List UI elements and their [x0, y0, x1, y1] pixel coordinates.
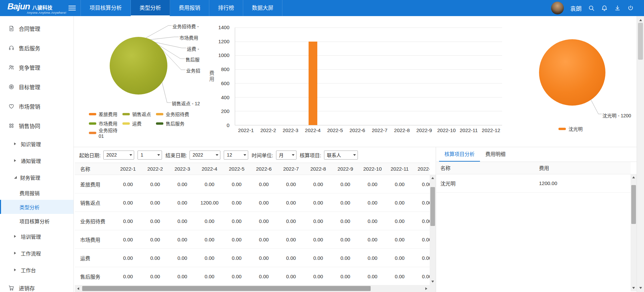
sidebar-item-14[interactable]: 工作台 — [0, 261, 73, 278]
nav-tab-1[interactable]: 类型分析 — [131, 0, 170, 16]
scroll-thumb[interactable] — [631, 185, 636, 224]
value-cell: 0.00 — [223, 193, 250, 212]
sidebar-item-5[interactable]: 销售协同 — [0, 116, 73, 135]
legend-item[interactable]: 业务招待01 — [89, 127, 122, 139]
row-name-cell: 销售返点 — [75, 193, 114, 212]
sidebar-item-label: 售后服务 — [19, 44, 40, 52]
sidebar-item-6[interactable]: 知识管理 — [0, 135, 73, 152]
nav-tab-2[interactable]: 费用报销 — [170, 0, 209, 16]
time-unit-select[interactable]: 月 — [276, 151, 297, 160]
column-header: 2022-9 — [332, 163, 359, 175]
start-month-select[interactable]: 1 — [138, 151, 162, 160]
expand-arrow-icon — [14, 235, 17, 238]
value-cell: 0.00 — [413, 267, 430, 285]
sidebar-item-0[interactable]: 合同管理 — [0, 19, 73, 38]
page-scrollbar[interactable] — [637, 16, 644, 292]
sidebar-item-4[interactable]: 市场营销 — [0, 97, 73, 116]
legend-item[interactable]: 业务招待费 — [156, 111, 190, 117]
nav-tab-3[interactable]: 排行榜 — [209, 0, 243, 16]
project-select[interactable]: 联系人 — [324, 151, 358, 160]
table-row[interactable]: 业务招待费0.000.000.000.000.000.000.000.000.0… — [75, 212, 430, 230]
legend-item[interactable]: 销售返点 — [122, 111, 156, 117]
pie-slice-sales-rebate[interactable] — [110, 37, 167, 95]
value-cell: 0.00 — [169, 212, 196, 230]
inventory-icon — [8, 285, 15, 291]
scroll-up-arrow[interactable] — [637, 17, 644, 22]
value-cell: 0.00 — [413, 212, 430, 230]
project-pie-chart: 沈光明 - 1200 沈光明 — [506, 16, 637, 147]
end-month-select[interactable]: 12 — [224, 151, 248, 160]
search-icon[interactable] — [588, 5, 595, 11]
pie2-legend-item[interactable]: 沈光明 — [558, 125, 583, 132]
menu-toggle-icon[interactable] — [68, 4, 76, 12]
avatar[interactable] — [551, 2, 564, 14]
download-icon[interactable] — [614, 5, 621, 11]
bar-2022-4[interactable] — [309, 42, 317, 125]
scroll-down-arrow[interactable] — [631, 286, 637, 291]
sidebar-item-label: 销售协同 — [19, 122, 40, 130]
sidebar-item-10[interactable]: 类型分析 — [0, 200, 73, 214]
scroll-up-arrow[interactable] — [430, 175, 436, 180]
pie-slice-shen-guangming[interactable] — [539, 39, 605, 106]
nav-tab-0[interactable]: 项目核算分析 — [81, 0, 131, 16]
logo-brand-cn: 八骏科技 — [32, 5, 52, 10]
table-header-row: 名称2022-12022-22022-32022-42022-52022-620… — [75, 163, 430, 175]
legend-item[interactable]: 市场费用 — [89, 120, 122, 127]
scroll-thumb[interactable] — [82, 286, 371, 291]
scroll-down-arrow[interactable] — [637, 286, 644, 291]
collapse-arrow-icon — [14, 176, 17, 179]
sidebar-item-label: 进销存 — [19, 284, 35, 292]
value-cell: 0.00 — [250, 175, 277, 193]
sidebar-item-label: 合同管理 — [19, 24, 40, 33]
scroll-up-arrow[interactable] — [631, 174, 637, 179]
table-row[interactable]: 销售返点0.000.000.001200.000.000.000.000.000… — [75, 193, 430, 212]
sidebar-item-2[interactable]: 竞争管理 — [0, 58, 73, 77]
sidebar-item-3[interactable]: 目标管理 — [0, 77, 73, 97]
end-year-select[interactable]: 2022 — [190, 151, 220, 160]
legend-item[interactable]: 售后服务 — [156, 120, 190, 127]
right-panel-tab-1[interactable]: 费用明细 — [480, 147, 511, 162]
table-row[interactable]: 市场费用0.000.000.000.000.000.000.000.000.00… — [75, 230, 430, 249]
scroll-right-arrow[interactable] — [424, 285, 430, 292]
scroll-down-arrow[interactable] — [430, 280, 436, 285]
topbar-right: 袁朗 — [551, 2, 644, 14]
row-name-cell: 业务招待费 — [75, 212, 114, 230]
start-year-select[interactable]: 2022 — [103, 151, 134, 160]
value-cell: 0.00 — [386, 230, 413, 249]
scroll-thumb[interactable] — [430, 187, 435, 226]
app-logo[interactable]: Bajun 八骏科技 Anyone.Anytime.Anywhere! — [0, 2, 66, 14]
sidebar-item-13[interactable]: 工作流程 — [0, 245, 73, 261]
nav-tab-4[interactable]: 数据大屏 — [243, 0, 282, 16]
scroll-left-arrow[interactable] — [75, 285, 80, 292]
table-row[interactable]: 售后服务0.000.000.000.000.000.000.000.000.00… — [75, 267, 430, 285]
table-row[interactable]: 差旅费用0.000.000.000.000.000.000.000.000.00… — [75, 175, 430, 193]
sidebar-item-11[interactable]: 项目核算分析 — [0, 214, 73, 228]
legend-item[interactable]: 运费 — [122, 120, 156, 127]
x-tick-label: 2022-12 — [480, 127, 502, 133]
table-horizontal-scrollbar[interactable] — [75, 285, 430, 292]
value-cell: 0.00 — [277, 212, 305, 230]
legend-item[interactable]: 差旅费用 — [89, 111, 122, 117]
scrollbar-corner — [430, 285, 436, 292]
sidebar-item-8[interactable]: 财务管理 — [0, 169, 73, 186]
scroll-thumb[interactable] — [638, 23, 643, 60]
right-panel-tab-0[interactable]: 核算项目分析 — [439, 147, 480, 162]
legend-label: 差旅费用 — [99, 111, 117, 117]
sidebar-item-1[interactable]: 售后服务 — [0, 38, 73, 58]
target-icon — [8, 83, 15, 90]
sidebar-item-9[interactable]: 费用报销 — [0, 186, 73, 200]
table-row[interactable]: 沈光明1200.00 — [436, 174, 631, 192]
top-nav: 项目核算分析类型分析费用报销排行榜数据大屏 — [80, 0, 282, 16]
x-tick-label: 2022-4 — [302, 127, 324, 133]
bell-icon[interactable] — [601, 5, 608, 11]
table-row[interactable]: 运费0.000.000.000.000.000.000.000.000.000.… — [75, 249, 430, 267]
power-icon[interactable] — [627, 5, 634, 11]
panel-vertical-scrollbar[interactable] — [631, 174, 637, 291]
value-cell: 0.00 — [114, 212, 142, 230]
sidebar-item-15[interactable]: 进销存 — [0, 278, 73, 292]
username[interactable]: 袁朗 — [570, 4, 582, 12]
y-tick-label: 1400 — [218, 24, 229, 30]
sidebar-item-12[interactable]: 培训管理 — [0, 228, 73, 245]
table-vertical-scrollbar[interactable] — [430, 175, 436, 285]
sidebar-item-7[interactable]: 通知管理 — [0, 152, 73, 169]
